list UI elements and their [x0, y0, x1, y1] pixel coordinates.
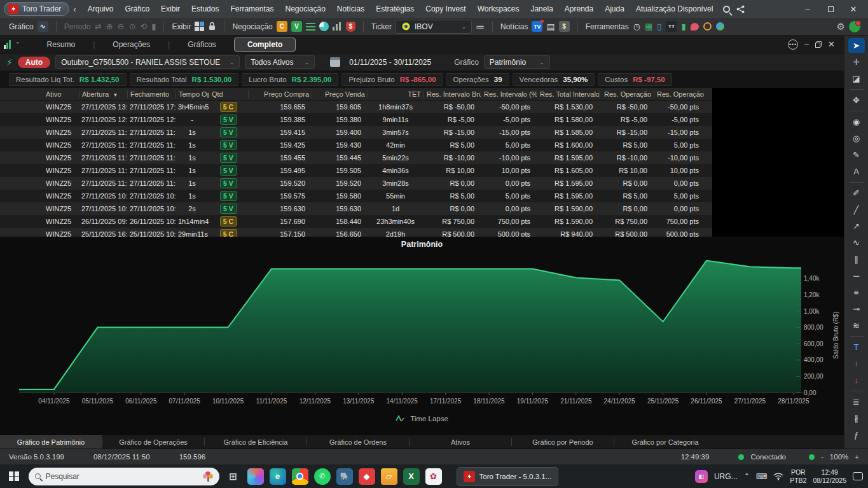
menu-janela[interactable]: Janela: [525, 3, 558, 15]
col-header-10[interactable]: Res. Total Intervalo: [537, 90, 599, 98]
profile-avatar[interactable]: [849, 21, 860, 32]
patrimonio-area-chart[interactable]: 04/11/202505/11/202506/11/202507/11/2025…: [0, 237, 844, 435]
mobile-panel-icon[interactable]: ▯: [657, 22, 661, 31]
strategy-grid-icon[interactable]: ▦: [645, 22, 652, 31]
taskbar-search-input[interactable]: Pesquisar: [29, 468, 219, 485]
tab-completo[interactable]: Completo: [234, 38, 296, 52]
design-app-icon[interactable]: ✿: [425, 468, 442, 485]
chat-icon[interactable]: [691, 23, 699, 31]
economic-calendar-icon[interactable]: $: [559, 21, 570, 32]
folder-icon[interactable]: ▱: [381, 468, 397, 485]
app-button[interactable]: Toro Trader: [4, 2, 69, 16]
chrome-icon[interactable]: [292, 468, 308, 485]
caret-up-icon[interactable]: ⌃: [15, 41, 20, 48]
tab-gráficos[interactable]: Gráficos: [172, 38, 231, 52]
text-a-tool-icon[interactable]: A: [848, 164, 865, 179]
segment-tool-icon[interactable]: ⊸: [848, 302, 865, 316]
menu-ajuda[interactable]: Ajuda: [600, 3, 630, 15]
clock-date[interactable]: 12:49 08/12/2025: [813, 468, 846, 484]
panel-options-icon[interactable]: •••: [788, 39, 798, 50]
calendar-icon[interactable]: [330, 57, 340, 67]
zoom-out-button[interactable]: -: [821, 453, 823, 461]
table-row[interactable]: WINZ2527/11/2025 11:27/11/2025 11:051s5 …: [0, 164, 712, 177]
col-header-4[interactable]: Qtd: [209, 90, 248, 98]
map-icon[interactable]: [716, 22, 724, 31]
menu-aprenda[interactable]: Aprenda: [560, 3, 598, 15]
menu-estrat-gias[interactable]: Estratégias: [371, 3, 419, 15]
wifi-icon[interactable]: [773, 473, 783, 480]
assets-filter-select[interactable]: Todos Ativos ⌄: [245, 55, 315, 69]
wave-tool-icon[interactable]: ≋: [848, 318, 865, 333]
col-header-2[interactable]: Fechamento: [127, 90, 176, 98]
back-chevron-icon[interactable]: ‹: [73, 4, 76, 14]
tray-expand-icon[interactable]: ⌃: [744, 472, 750, 480]
eraser-tool-icon[interactable]: ◪: [848, 71, 865, 86]
table-row[interactable]: WINZ2526/11/2025 09:26/11/2025 10:271h14…: [0, 215, 712, 228]
start-button[interactable]: [9, 471, 19, 482]
table-row[interactable]: WINZ2527/11/2025 10:27/11/2025 10:022s5 …: [0, 202, 712, 215]
col-header-5[interactable]: Preço Compra: [248, 90, 312, 98]
urg-app-icon[interactable]: ◧: [695, 470, 708, 483]
table-row[interactable]: WINZ2525/11/2025 16:25/11/2025 10:4829mi…: [0, 228, 712, 237]
col-header-8[interactable]: Res. Intervalo Bruto: [424, 90, 481, 98]
whatsapp-icon[interactable]: ✆: [314, 468, 331, 485]
buy-icon[interactable]: C: [277, 21, 287, 32]
search-icon[interactable]: [723, 6, 730, 13]
menu-ferramentas[interactable]: Ferramentas: [225, 3, 279, 15]
timer-icon[interactable]: ◷: [633, 22, 640, 31]
menu-atualiza-o-dispon-vel[interactable]: Atualização Disponível: [631, 3, 718, 15]
menu-estudos[interactable]: Estudos: [186, 3, 224, 15]
watchlist-icon[interactable]: ≔: [476, 22, 485, 32]
col-header-11[interactable]: Res. Operação: [599, 90, 654, 98]
table-row[interactable]: WINZ2527/11/2025 11:27/11/2025 11:561s5 …: [0, 126, 712, 139]
table-row[interactable]: WINZ2527/11/2025 10:27/11/2025 10:571s5 …: [0, 190, 712, 202]
share-icon[interactable]: [736, 5, 745, 13]
col-header-6[interactable]: Preço Venda: [312, 90, 368, 98]
toro-trader-taskbar-button[interactable]: Toro Trader - 5.0.3.1...: [457, 467, 559, 486]
tv-icon[interactable]: TV: [532, 21, 542, 32]
bottom-tab-gr-fico-de-opera-es[interactable]: Gráfico de Operações: [102, 435, 204, 449]
notifications-icon[interactable]: [853, 472, 863, 480]
col-header-1[interactable]: Abertura ▼: [79, 90, 127, 98]
col-header-7[interactable]: TET: [368, 90, 424, 98]
urg-app-label[interactable]: URG...: [714, 472, 738, 481]
col-header-3[interactable]: Tempo Op: [176, 90, 209, 98]
panel-minimize-button[interactable]: –: [804, 39, 809, 49]
tt-icon[interactable]: TT: [666, 21, 677, 32]
task-view-icon[interactable]: ⊞: [225, 468, 242, 485]
bottom-tab-ativos[interactable]: Ativos: [410, 435, 511, 449]
col-header-12[interactable]: Res. Operação (: [654, 90, 705, 98]
table-row[interactable]: WINZ2527/11/2025 12:27/11/2025 12:05-5 V…: [0, 113, 712, 126]
window-maximize-button[interactable]: [820, 1, 841, 17]
table-row[interactable]: WINZ2527/11/2025 11:27/11/2025 11:101s5 …: [0, 151, 712, 164]
lines-menu-tool-icon[interactable]: ≣: [848, 394, 865, 409]
keyboard-icon[interactable]: ⌨: [756, 472, 767, 481]
crosshair-tool-icon[interactable]: ✛: [848, 55, 865, 69]
parallel-lines-tool-icon[interactable]: ∥: [848, 252, 865, 267]
panel-close-button[interactable]: ✕: [828, 39, 835, 49]
window-close-button[interactable]: ✕: [843, 1, 864, 17]
col-header-0[interactable]: Ativo: [43, 90, 79, 98]
menu-gr-fico[interactable]: Gráfico: [120, 3, 155, 15]
menu-negocia-o[interactable]: Negociação: [280, 3, 330, 15]
target-tool-icon[interactable]: ◎: [848, 131, 865, 146]
account-select[interactable]: Outubro_G750L500 - RANIEL ASSIS SETOUE ⌄: [55, 55, 240, 69]
panel-restore-button[interactable]: [815, 41, 822, 48]
cursor-tool-icon[interactable]: ➤: [848, 38, 865, 53]
multi-line-tool-icon[interactable]: ≡: [848, 285, 865, 300]
horizontal-line-tool-icon[interactable]: ─: [848, 268, 865, 283]
table-row[interactable]: WINZ2527/11/2025 11:27/11/2025 11:521s5 …: [0, 139, 712, 151]
tab-operações[interactable]: Operações: [97, 38, 165, 52]
hand-tool-icon[interactable]: ✥: [848, 93, 865, 108]
lock-icon[interactable]: [208, 22, 216, 31]
arrow-up-tool-icon[interactable]: ↑: [848, 356, 865, 371]
sell-icon[interactable]: V: [291, 21, 302, 32]
trend-line-tool-icon[interactable]: ↗: [848, 219, 865, 234]
date-range[interactable]: 01/11/2025 - 30/11/2025: [349, 58, 431, 67]
edge-icon[interactable]: e: [270, 468, 286, 485]
risk-shield-icon[interactable]: $: [346, 22, 355, 32]
channel-tool-icon[interactable]: ∦: [848, 411, 865, 426]
tab-resumo[interactable]: Resumo: [32, 38, 91, 52]
edit-chart-tool-icon[interactable]: ✎: [848, 148, 865, 162]
line-tool-icon[interactable]: ╱: [848, 202, 865, 217]
